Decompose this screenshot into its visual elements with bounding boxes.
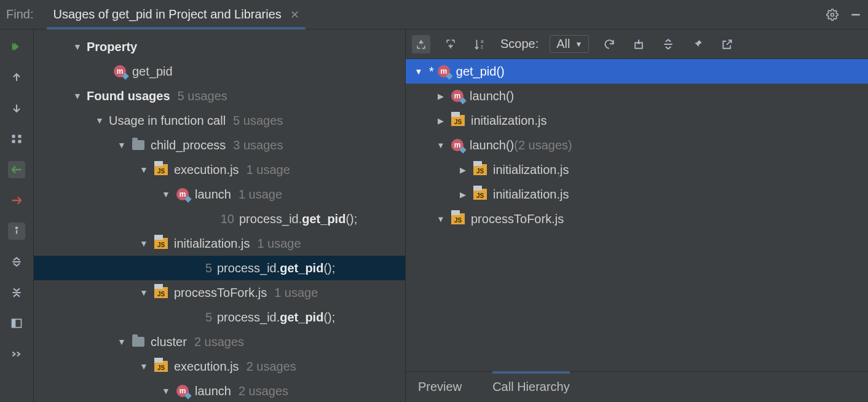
tree-node-ufc[interactable]: ▼ Usage in function call 5 usages [34,108,405,133]
tab-hierarchy-label: Call Hierarchy [492,380,570,394]
tab-preview[interactable]: Preview [418,372,462,402]
code-pre: process_id. [239,212,302,226]
g1f1-count: 1 usage [247,163,290,177]
usages-tree[interactable]: ▼ Property m get_pid ▼ Found usages 5 us… [34,30,406,402]
find-tab[interactable]: Usages of get_pid in Project and Librari… [47,0,305,29]
code-post: (); [323,310,335,325]
sort-alpha-icon[interactable]: az [471,35,489,53]
next-occurrence-icon[interactable] [8,100,25,117]
hierarchy-tree[interactable]: ▼ * m get_pid() ▶ m launch() ▶ initializ… [406,59,868,371]
code-bold: get_pid [280,310,323,325]
close-icon[interactable]: ✕ [290,8,299,22]
method-icon: m [176,188,189,200]
hierarchy-node[interactable]: ▼ processToFork.js [406,207,868,231]
tree-leaf-usage[interactable]: 10 process_id.get_pid(); [34,207,405,231]
import-icon[interactable] [8,192,25,209]
svg-text:a: a [481,39,484,44]
js-file-icon [473,164,487,175]
tree-node-g1f1[interactable]: ▼ execution.js 1 usage [34,157,405,182]
info-icon[interactable] [8,223,25,240]
node-label: initialization.js [493,187,569,202]
group2-count: 2 usages [194,335,244,349]
found-label: Found usages [87,89,170,103]
minimize-icon[interactable] [848,7,863,22]
node-label: launch() [470,138,514,152]
svg-rect-4 [18,135,22,138]
method-icon: m [451,90,464,102]
chevron-right-icon: ▶ [435,92,446,101]
pin-icon[interactable] [688,35,707,53]
svg-rect-2 [12,135,15,138]
hierarchy-node[interactable]: ▶ initialization.js [406,108,868,133]
chevron-right-icon: ▶ [457,190,468,199]
expand-all-icon[interactable] [8,253,25,270]
svg-rect-3 [12,140,15,143]
autoscroll-icon[interactable] [629,35,648,53]
node-label: initialization.js [493,163,569,177]
g1f3-count: 1 usage [274,286,318,300]
find-tab-title: Usages of get_pid in Project and Librari… [53,7,281,22]
g2f1-name: execution.js [174,360,239,374]
rerun-icon[interactable] [8,38,25,55]
tree-node-group2[interactable]: ▼ cluster 2 usages [34,329,405,354]
tree-node-found[interactable]: ▼ Found usages 5 usages [34,84,405,108]
chevron-right-icon: ▶ [457,165,468,175]
group1-count: 3 usages [233,138,283,152]
tree-node-group1[interactable]: ▼ child_process 3 usages [34,133,405,157]
scope-combo[interactable]: All ▼ [550,35,589,53]
tree-node-g2f1m[interactable]: ▼ m launch 2 usages [34,379,405,402]
prev-occurrence-icon[interactable] [8,69,25,86]
more-icon[interactable] [8,345,25,363]
tab-call-hierarchy[interactable]: Call Hierarchy [492,372,570,402]
collapse-all-icon[interactable] [8,284,25,301]
js-file-icon [473,189,487,200]
hierarchy-node[interactable]: ▶ initialization.js [406,157,868,182]
node-label: launch() [470,89,514,103]
open-new-icon[interactable] [718,35,736,53]
method-icon: m [451,139,464,151]
chevron-down-icon: ▼ [413,67,424,76]
tree-leaf-usage[interactable]: 5 process_id.get_pid(); [34,256,405,280]
code-post: (); [345,212,357,226]
tree-node-g2f1[interactable]: ▼ execution.js 2 usages [34,354,405,379]
folder-icon [132,140,144,150]
tree-node-g1f2[interactable]: ▼ initialization.js 1 usage [34,231,405,256]
gear-icon[interactable] [825,7,840,22]
g1f3-name: processToFork.js [174,286,267,300]
node-count: (2 usages) [514,138,572,152]
caller-hierarchy-icon[interactable] [441,35,460,53]
expand-icon[interactable] [659,35,677,53]
js-file-icon [451,115,465,126]
hierarchy-node[interactable]: ▶ m launch() [406,84,868,108]
tab-preview-label: Preview [418,380,462,394]
root-name: get_pid() [456,65,505,79]
chevron-down-icon: ▼ [435,141,446,150]
refresh-icon[interactable] [600,35,618,53]
tree-node-g1f1m[interactable]: ▼ m launch 1 usage [34,182,405,207]
hierarchy-node[interactable]: ▼ m launch() (2 usages) [406,133,868,157]
tree-leaf-usage[interactable]: 5 process_id.get_pid(); [34,305,405,329]
root-star: * [429,65,434,79]
group2-name: cluster [151,335,187,349]
svg-point-7 [16,227,17,229]
ufc-label: Usage in function call [109,114,226,128]
code-bold: get_pid [302,212,345,226]
hierarchy-root[interactable]: ▼ * m get_pid() [406,59,868,84]
code-pre: process_id. [217,310,280,325]
preview-pane-icon[interactable] [8,315,25,332]
tree-node-property-item[interactable]: m get_pid [34,59,405,84]
export-icon[interactable] [8,161,25,178]
hierarchy-node[interactable]: ▶ initialization.js [406,182,868,207]
property-label: Property [87,40,137,54]
group-by-icon[interactable] [8,130,25,148]
g1f1m-count: 1 usage [239,187,282,202]
scope-value: All [556,37,570,51]
callee-hierarchy-icon[interactable] [412,35,430,53]
group1-name: child_process [151,138,226,152]
method-icon: m [114,65,126,77]
tree-node-g1f3[interactable]: ▼ processToFork.js 1 usage [34,280,405,305]
chevron-down-icon: ▼ [575,40,583,49]
tree-node-property[interactable]: ▼ Property [34,34,405,59]
property-item: get_pid [132,65,173,79]
g2f1m-count: 2 usages [239,384,288,398]
